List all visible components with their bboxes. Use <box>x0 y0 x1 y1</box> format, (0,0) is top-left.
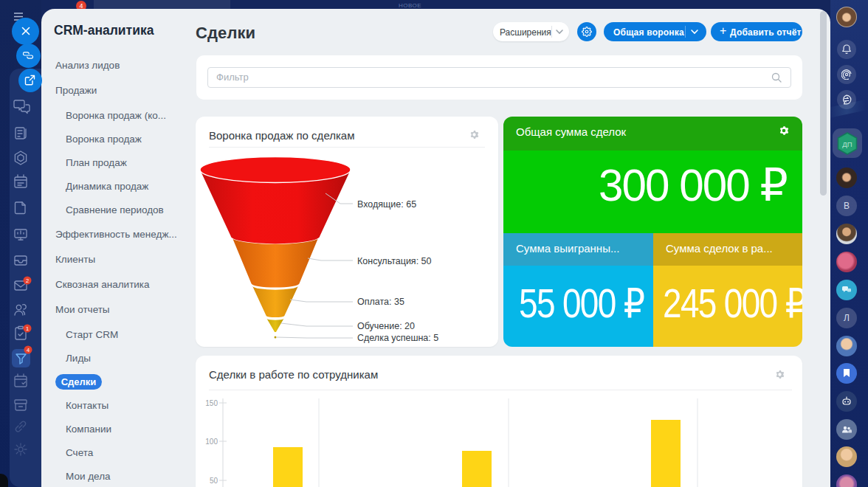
svg-text:4: 4 <box>27 347 30 353</box>
svg-text:1: 1 <box>26 325 29 332</box>
svg-text:Оплата: 35: Оплата: 35 <box>357 297 404 307</box>
svg-text:2: 2 <box>26 277 29 284</box>
svg-text:Обучение: 20: Обучение: 20 <box>357 321 415 331</box>
svg-text:Входящие: 65: Входящие: 65 <box>357 199 416 210</box>
svg-text:150: 150 <box>205 399 218 407</box>
svg-text:100: 100 <box>205 438 218 446</box>
svg-text:50: 50 <box>210 477 218 485</box>
svg-text:ДП: ДП <box>842 140 852 148</box>
svg-text:Консультация: 50: Консультация: 50 <box>357 256 432 266</box>
svg-text:Сделка успешна: 5: Сделка успешна: 5 <box>357 333 438 343</box>
